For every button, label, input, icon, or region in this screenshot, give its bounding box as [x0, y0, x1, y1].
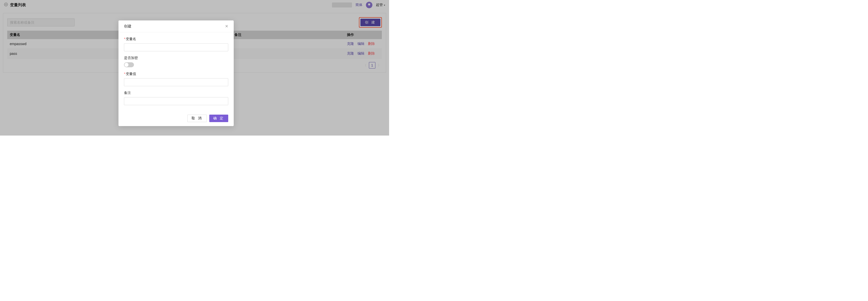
input-remark[interactable] — [124, 97, 228, 105]
modal-header: 创建 ✕ — [119, 21, 234, 32]
modal-footer: 取 消 确 定 — [119, 112, 234, 126]
label-remark: 备注 — [124, 91, 228, 95]
label-var-value: *变量值 — [124, 72, 228, 76]
label-encrypt: 是否加密 — [124, 56, 228, 60]
modal-title: 创建 — [124, 24, 131, 29]
modal-body: *变量名 是否加密 *变量值 备注 — [119, 32, 234, 112]
input-var-value[interactable] — [124, 78, 228, 86]
create-modal: 创建 ✕ *变量名 是否加密 *变量值 备注 取 消 确 定 — [119, 21, 234, 126]
cancel-button[interactable]: 取 消 — [187, 114, 207, 122]
encrypt-toggle[interactable] — [124, 62, 134, 67]
label-var-name: *变量名 — [124, 37, 228, 41]
input-var-name[interactable] — [124, 43, 228, 51]
confirm-button[interactable]: 确 定 — [209, 114, 228, 122]
close-icon[interactable]: ✕ — [225, 25, 228, 28]
